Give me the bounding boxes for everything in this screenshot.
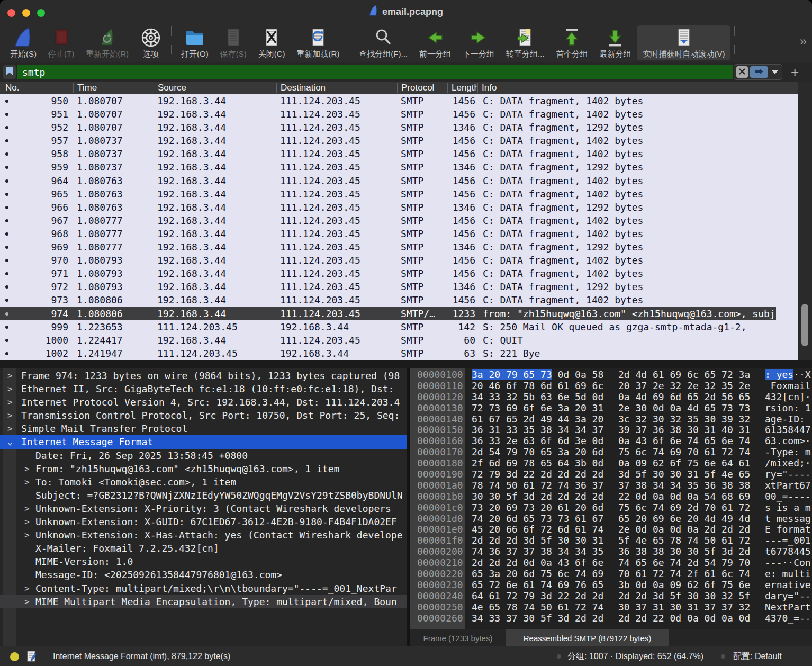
hex-row[interactable]: 000001b030 30 5f 3d 2d 2d 2d 2d22 0d 0a …	[410, 491, 812, 502]
expander-closed-icon[interactable]: >	[7, 382, 13, 395]
expander-open-icon[interactable]: ⌄	[7, 435, 13, 448]
toolbar-button-goto[interactable]: 转至分组...	[500, 25, 551, 60]
hex-row[interactable]: 0000014061 67 65 2d 49 44 3a 203c 32 30 …	[410, 414, 812, 425]
filter-bookmark-button[interactable]	[3, 65, 16, 79]
detail-row[interactable]: MIME-Version: 1.0	[0, 555, 407, 568]
packet-row[interactable]: 9591.080737192.168.3.44111.124.203.45SMT…	[0, 160, 776, 174]
hex-row[interactable]: 000001702d 54 79 70 65 3a 20 6d75 6c 74 …	[410, 447, 812, 458]
packet-list-header[interactable]: No.TimeSourceDestinationProtocolLengthIn…	[0, 82, 798, 94]
detail-row[interactable]: ⌄Internet Message Format	[0, 435, 407, 448]
packet-row[interactable]: 9701.080793192.168.3.44111.124.203.45SMT…	[0, 254, 776, 267]
hex-row[interactable]: 0000023065 72 6e 61 74 69 76 653b 0d 0a …	[410, 580, 812, 591]
detail-row[interactable]: Date: Fri, 26 Sep 2025 13:58:45 +0800	[0, 449, 407, 462]
detail-row[interactable]: Subject: =?GB2312?B?QWNjZXNzIEdyYW50ZWQg…	[0, 489, 407, 502]
detail-row[interactable]: >Internet Protocol Version 4, Src: 192.1…	[0, 395, 407, 409]
hex-row[interactable]: 000002102d 2d 2d 0d 0a 43 6f 6e74 65 6e …	[410, 557, 812, 569]
toolbar-button-options[interactable]: 选项	[134, 25, 167, 60]
packet-row[interactable]: 10001.224417192.168.3.44111.124.203.45SM…	[0, 334, 776, 347]
hex-row[interactable]: 0000015036 31 33 35 38 34 34 3739 37 36 …	[410, 425, 812, 436]
filter-clear-button[interactable]	[736, 66, 748, 78]
packet-row[interactable]: 9661.080763192.168.3.44111.124.203.45SMT…	[0, 201, 776, 214]
expander-closed-icon[interactable]: >	[24, 582, 30, 595]
column-header-info[interactable]: Info	[477, 83, 798, 93]
packet-row[interactable]: 9681.080777192.168.3.44111.124.203.45SMT…	[0, 227, 776, 240]
hex-row[interactable]: 000001c073 20 69 73 20 61 20 6d75 6c 74 …	[410, 502, 812, 514]
packet-row[interactable]: 9741.080806192.168.3.44111.124.203.45SMT…	[0, 307, 776, 320]
column-header-time[interactable]: Time	[73, 83, 154, 93]
toolbar-button-next[interactable]: 下一分组	[457, 25, 500, 60]
bytes-tab-frame[interactable]: Frame (1233 bytes)	[410, 629, 506, 646]
hex-row[interactable]: 0000020074 36 37 37 38 34 34 3536 38 38 …	[410, 546, 812, 557]
expander-closed-icon[interactable]: >	[24, 462, 30, 475]
toolbar-button-reload[interactable]: 重新加载(R)	[291, 25, 345, 60]
hex-row[interactable]: 0000022065 3a 20 6d 75 6c 74 6970 61 72 …	[410, 569, 812, 580]
toolbar-button-autoscroll[interactable]: 实时捕获时自动滚动(V)	[637, 25, 730, 60]
expander-closed-icon[interactable]: >	[24, 528, 30, 542]
hex-row[interactable]: 000001802f 6d 69 78 65 64 3b 0d0a 09 62 …	[410, 458, 812, 469]
detail-row[interactable]: >Simple Mail Transfer Protocol	[0, 422, 407, 435]
expander-closed-icon[interactable]: >	[24, 475, 30, 489]
detail-row[interactable]: >Unknown-Extension: X-GUID: 67C1ED67-361…	[0, 515, 407, 528]
status-profile[interactable]: 配置: Default	[733, 646, 782, 666]
bytes-tab-reassembled-smtp[interactable]: Reassembled SMTP (879122 bytes)	[506, 629, 669, 646]
packet-row[interactable]: 10021.241947111.124.203.45192.168.3.44SM…	[0, 347, 776, 360]
column-header-destination[interactable]: Destination	[276, 83, 397, 93]
expander-closed-icon[interactable]: >	[24, 502, 30, 515]
packet-row[interactable]: 9711.080793192.168.3.44111.124.203.45SMT…	[0, 267, 776, 280]
toolbar-button-find[interactable]: 查找分组(F)...	[353, 25, 413, 60]
filter-add-button[interactable]: +	[791, 67, 799, 77]
expander-closed-icon[interactable]: >	[24, 595, 30, 608]
packet-row[interactable]: 9511.080707192.168.3.44111.124.203.45SMT…	[0, 107, 776, 121]
toolbar-button-restart[interactable]: 重新开始(R)	[80, 25, 134, 60]
hex-row[interactable]: 000001e045 20 66 6f 72 6d 61 742e 0d 0a …	[410, 524, 812, 535]
expander-closed-icon[interactable]: >	[7, 395, 13, 409]
detail-row[interactable]: >Unknown-Extension: X-Has-Attach: yes (C…	[0, 528, 407, 542]
hex-row[interactable]: 0000019072 79 3d 22 2d 2d 2d 2d3d 5f 30 …	[410, 469, 812, 480]
expander-closed-icon[interactable]: >	[7, 422, 13, 435]
packet-row[interactable]: 9571.080737192.168.3.44111.124.203.45SMT…	[0, 134, 776, 147]
vertical-splitter[interactable]	[407, 368, 410, 646]
hex-row[interactable]: 000001003a 20 79 65 73 0d 0a 582d 4d 61 …	[410, 370, 812, 381]
packet-row[interactable]: 9731.080806192.168.3.44111.124.203.45SMT…	[0, 293, 776, 307]
capture-comment-icon[interactable]	[27, 651, 37, 664]
toolbar-button-open[interactable]: 打开(O)	[175, 25, 214, 60]
hex-row[interactable]: 0000011020 46 6f 78 6d 61 69 6c20 37 2e …	[410, 381, 812, 392]
detail-row[interactable]: Message-ID: <202509261358447976801@163.c…	[0, 568, 407, 581]
toolbar-button-close[interactable]: 关闭(C)	[252, 25, 291, 60]
packet-row[interactable]: 9691.080777192.168.3.44111.124.203.45SMT…	[0, 240, 776, 254]
display-filter-input[interactable]: smtp	[17, 65, 733, 79]
column-header-protocol[interactable]: Protocol	[397, 83, 447, 93]
packet-row[interactable]: 9991.223653111.124.203.45192.168.3.44SMT…	[0, 320, 776, 334]
hex-row[interactable]: 0000016036 33 2e 63 6f 6d 3e 0d0a 43 6f …	[410, 436, 812, 447]
expander-closed-icon[interactable]: >	[7, 369, 13, 382]
hex-row[interactable]: 0000026034 33 37 30 5f 3d 2d 2d2d 2d 22 …	[410, 613, 812, 624]
detail-row[interactable]: X-Mailer: Foxmail 7.2.25.432[cn]	[0, 542, 407, 555]
detail-row[interactable]: >Ethernet II, Src: GigaByteTech_fc:e1:18…	[0, 382, 407, 395]
packet-row[interactable]: 9651.080763192.168.3.44111.124.203.45SMT…	[0, 187, 776, 201]
detail-row[interactable]: >Unknown-Extension: X-Priority: 3 (Conta…	[0, 502, 407, 515]
toolbar-overflow-chevron[interactable]: »	[800, 34, 807, 49]
detail-row[interactable]: >MIME Multipart Media Encapsulation, Typ…	[0, 595, 407, 608]
toolbar-button-stop[interactable]: 停止(T)	[42, 25, 80, 60]
detail-row[interactable]: >To: Tomoki <Tomoki@sec.com>, 1 item	[0, 475, 407, 489]
packet-list-scrollbar[interactable]	[798, 82, 812, 360]
hex-row[interactable]: 0000024064 61 72 79 3d 22 2d 2d2d 2d 3d …	[410, 591, 812, 602]
detail-row[interactable]: >Frame 974: 1233 bytes on wire (9864 bit…	[0, 369, 407, 382]
packet-row[interactable]: 9721.080793192.168.3.44111.124.203.45SMT…	[0, 280, 776, 293]
packet-row[interactable]: 9521.080707192.168.3.44111.124.203.45SMT…	[0, 121, 776, 134]
hex-row[interactable]: 0000012034 33 32 5b 63 6e 5d 0d0a 4d 69 …	[410, 392, 812, 403]
scrollbar-thumb[interactable]	[801, 304, 808, 346]
packet-row[interactable]: 9671.080777192.168.3.44111.124.203.45SMT…	[0, 214, 776, 227]
expander-closed-icon[interactable]: >	[7, 409, 13, 422]
filter-history-dropdown[interactable]	[772, 70, 778, 74]
expander-closed-icon[interactable]: >	[24, 515, 30, 528]
packet-row[interactable]: 9581.080737192.168.3.44111.124.203.45SMT…	[0, 147, 776, 160]
expert-info-icon[interactable]	[10, 652, 19, 661]
packet-row[interactable]: 9501.080707192.168.3.44111.124.203.45SMT…	[0, 94, 776, 107]
toolbar-button-first[interactable]: 首个分组	[550, 25, 593, 60]
column-header-source[interactable]: Source	[154, 83, 276, 93]
column-header-no[interactable]: No.	[0, 83, 73, 93]
toolbar-button-start[interactable]: 开始(S)	[4, 25, 42, 60]
toolbar-button-prev[interactable]: 前一分组	[413, 25, 457, 60]
hex-row[interactable]: 0000013072 73 69 6f 6e 3a 20 312e 30 0d …	[410, 403, 812, 414]
